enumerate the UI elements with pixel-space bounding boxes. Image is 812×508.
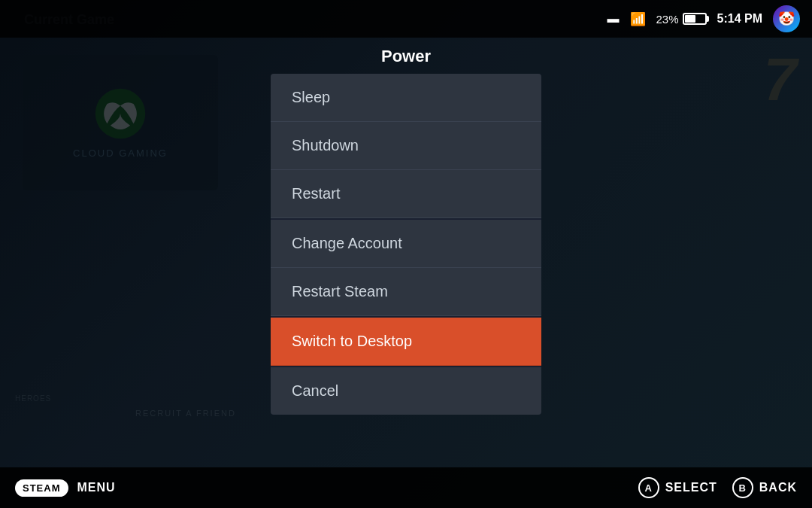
battery-indicator: 23% — [656, 13, 707, 26]
a-button[interactable]: A — [638, 477, 659, 498]
bottom-bar: STEAM MENU A SELECT B BACK — [0, 467, 812, 508]
steam-badge[interactable]: STEAM — [15, 479, 68, 497]
battery-icon — [683, 13, 707, 25]
back-label: BACK — [759, 481, 797, 494]
sleep-button[interactable]: Sleep — [271, 74, 541, 122]
power-title: Power — [381, 47, 431, 66]
switch-desktop-button[interactable]: Switch to Desktop — [271, 318, 541, 366]
avatar: 🤡 — [773, 5, 800, 32]
change-account-button[interactable]: Change Account — [271, 220, 541, 268]
power-modal: Power Sleep Shutdown Restart Change Acco… — [271, 38, 541, 415]
bottom-right: A SELECT B BACK — [638, 477, 797, 498]
menu-label: MENU — [77, 481, 116, 494]
back-action: B BACK — [732, 477, 797, 498]
restart-steam-button[interactable]: Restart Steam — [271, 268, 541, 316]
restart-button[interactable]: Restart — [271, 170, 541, 218]
cast-icon: 📶 — [630, 11, 646, 27]
status-time: 5:14 PM — [717, 12, 762, 26]
status-bar: ▬ 📶 23% 5:14 PM 🤡 — [0, 0, 812, 38]
battery-fill — [685, 15, 695, 23]
bottom-left: STEAM MENU — [15, 479, 116, 497]
select-label: SELECT — [665, 481, 717, 494]
avatar-emoji: 🤡 — [778, 11, 795, 27]
cancel-button[interactable]: Cancel — [271, 367, 541, 415]
battery-percent: 23% — [656, 13, 679, 26]
power-menu-list: Sleep Shutdown Restart Change Account Re… — [271, 74, 541, 415]
b-button[interactable]: B — [732, 477, 753, 498]
shutdown-button[interactable]: Shutdown — [271, 122, 541, 170]
select-action: A SELECT — [638, 477, 717, 498]
sd-card-icon: ▬ — [607, 12, 620, 26]
